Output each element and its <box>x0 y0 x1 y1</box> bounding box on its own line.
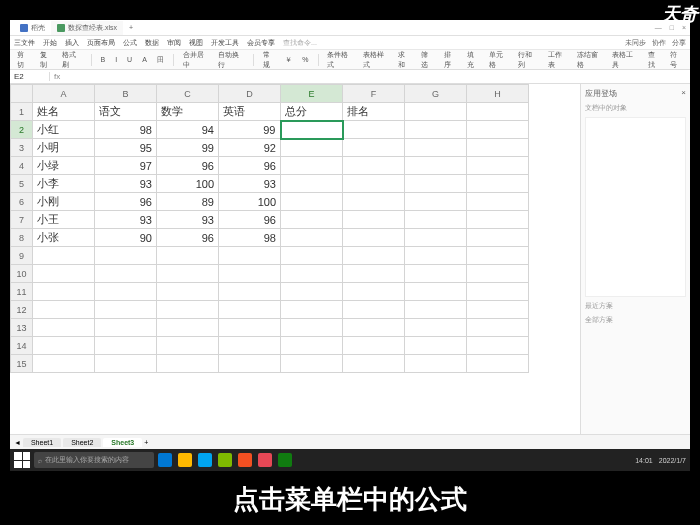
cell-E1[interactable]: 总分 <box>281 103 343 121</box>
taskbar-app-2[interactable] <box>178 453 192 467</box>
cell-F4[interactable] <box>343 157 405 175</box>
row-header-15[interactable]: 15 <box>11 355 33 373</box>
cond-format-button[interactable]: 条件格式 <box>324 49 355 71</box>
cell-button[interactable]: 单元格 <box>486 49 511 71</box>
cell-B5[interactable]: 93 <box>95 175 157 193</box>
cell-B3[interactable]: 95 <box>95 139 157 157</box>
cell-F6[interactable] <box>343 193 405 211</box>
col-header-H[interactable]: H <box>467 85 529 103</box>
cell-D2[interactable]: 99 <box>219 121 281 139</box>
cell-A8[interactable]: 小张 <box>33 229 95 247</box>
cell-C6[interactable]: 89 <box>157 193 219 211</box>
number-format-button[interactable]: 常规 <box>260 49 279 71</box>
wrap-button[interactable]: 自动换行 <box>215 49 246 71</box>
panel-footer-1[interactable]: 最近方案 <box>585 301 686 311</box>
menu-review[interactable]: 审阅 <box>167 38 181 48</box>
home-tab[interactable]: 稻壳 <box>14 21 51 35</box>
cut-button[interactable]: 剪切 <box>14 49 33 71</box>
menu-search[interactable]: 查找命令... <box>283 38 317 48</box>
col-header-G[interactable]: G <box>405 85 467 103</box>
taskbar-app-3[interactable] <box>198 453 212 467</box>
doc-tab[interactable]: 数探查经表.xlsx <box>51 21 123 35</box>
sheet-nav-prev[interactable]: ◄ <box>14 439 21 446</box>
cell-B1[interactable]: 语文 <box>95 103 157 121</box>
collab-button[interactable]: 协作 <box>652 38 666 48</box>
sync-status[interactable]: 未同步 <box>625 38 646 48</box>
maximize-button[interactable]: □ <box>670 24 674 31</box>
font-color-button[interactable]: A <box>139 55 150 64</box>
cell-D4[interactable]: 96 <box>219 157 281 175</box>
share-button[interactable]: 分享 <box>672 38 686 48</box>
cell-D8[interactable]: 98 <box>219 229 281 247</box>
cell-A6[interactable]: 小刚 <box>33 193 95 211</box>
cell-F1[interactable]: 排名 <box>343 103 405 121</box>
cell-F8[interactable] <box>343 229 405 247</box>
menu-home[interactable]: 开始 <box>43 38 57 48</box>
underline-button[interactable]: U <box>124 55 135 64</box>
menu-view[interactable]: 视图 <box>189 38 203 48</box>
cell-A7[interactable]: 小王 <box>33 211 95 229</box>
row-header-5[interactable]: 5 <box>11 175 33 193</box>
cell-F2[interactable] <box>343 121 405 139</box>
cell-E6[interactable] <box>281 193 343 211</box>
fill-button[interactable]: 填充 <box>464 49 483 71</box>
cell-E7[interactable] <box>281 211 343 229</box>
row-header-2[interactable]: 2 <box>11 121 33 139</box>
col-header-E[interactable]: E <box>281 85 343 103</box>
row-header-13[interactable]: 13 <box>11 319 33 337</box>
cell-E5[interactable] <box>281 175 343 193</box>
italic-button[interactable]: I <box>112 55 120 64</box>
spreadsheet-grid[interactable]: ABCDEFGH1姓名语文数学英语总分排名2小红9894993小明9599924… <box>10 84 580 434</box>
cell-D7[interactable]: 96 <box>219 211 281 229</box>
row-header-14[interactable]: 14 <box>11 337 33 355</box>
cell-A4[interactable]: 小绿 <box>33 157 95 175</box>
taskbar-app-1[interactable] <box>158 453 172 467</box>
cell-C8[interactable]: 96 <box>157 229 219 247</box>
taskbar-app-4[interactable] <box>218 453 232 467</box>
cell-C4[interactable]: 96 <box>157 157 219 175</box>
menu-formula[interactable]: 公式 <box>123 38 137 48</box>
cell-B6[interactable]: 96 <box>95 193 157 211</box>
percent-button[interactable]: % <box>299 55 311 64</box>
start-button[interactable] <box>14 452 30 468</box>
panel-close-icon[interactable]: × <box>681 88 686 99</box>
row-header-8[interactable]: 8 <box>11 229 33 247</box>
cell-B8[interactable]: 90 <box>95 229 157 247</box>
row-header-9[interactable]: 9 <box>11 247 33 265</box>
row-header-4[interactable]: 4 <box>11 157 33 175</box>
add-sheet-button[interactable]: + <box>144 439 148 446</box>
cell-B4[interactable]: 97 <box>95 157 157 175</box>
find-button[interactable]: 查找 <box>645 49 664 71</box>
sheet-tab-2[interactable]: Sheet2 <box>63 438 101 447</box>
format-painter-button[interactable]: 格式刷 <box>59 49 84 71</box>
cell-F7[interactable] <box>343 211 405 229</box>
cell-F5[interactable] <box>343 175 405 193</box>
cell-reference[interactable]: E2 <box>10 72 50 81</box>
cell-E8[interactable] <box>281 229 343 247</box>
cell-C5[interactable]: 100 <box>157 175 219 193</box>
sheet-tab-1[interactable]: Sheet1 <box>23 438 61 447</box>
cell-B7[interactable]: 93 <box>95 211 157 229</box>
cell-D3[interactable]: 92 <box>219 139 281 157</box>
row-header-1[interactable]: 1 <box>11 103 33 121</box>
freeze-button[interactable]: 冻结窗格 <box>574 49 605 71</box>
sheet-tab-3[interactable]: Sheet3 <box>103 438 142 447</box>
symbol-button[interactable]: 符号 <box>667 49 686 71</box>
close-button[interactable]: × <box>682 24 686 31</box>
taskbar-app-5[interactable] <box>238 453 252 467</box>
bold-button[interactable]: B <box>97 55 108 64</box>
sort-button[interactable]: 排序 <box>441 49 460 71</box>
cell-A1[interactable]: 姓名 <box>33 103 95 121</box>
col-header-D[interactable]: D <box>219 85 281 103</box>
cell-B2[interactable]: 98 <box>95 121 157 139</box>
panel-footer-2[interactable]: 全部方案 <box>585 315 686 325</box>
col-header-C[interactable]: C <box>157 85 219 103</box>
cell-E4[interactable] <box>281 157 343 175</box>
taskbar-search[interactable]: ⌕ 在此里输入你要搜索的内容 <box>34 452 154 468</box>
copy-button[interactable]: 复制 <box>37 49 56 71</box>
sum-button[interactable]: 求和 <box>395 49 414 71</box>
col-header-F[interactable]: F <box>343 85 405 103</box>
fx-label[interactable]: fx <box>50 72 64 81</box>
taskbar-app-7[interactable] <box>278 453 292 467</box>
add-tab[interactable]: + <box>123 22 139 33</box>
